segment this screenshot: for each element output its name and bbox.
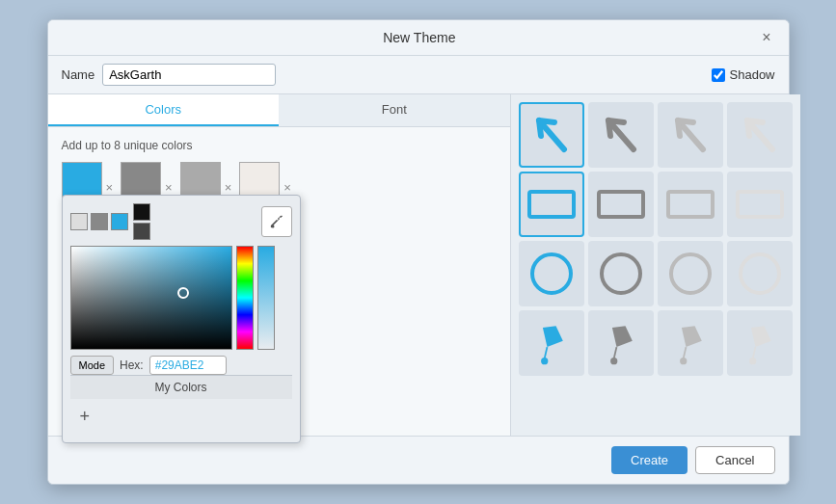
mini-swatch-1[interactable]: [70, 213, 88, 230]
right-panel: [511, 94, 800, 436]
shape-rect-blue[interactable]: [519, 172, 584, 237]
shapes-grid: [519, 102, 793, 376]
color-spectrum[interactable]: [236, 246, 254, 350]
shape-circle-gray[interactable]: [588, 241, 654, 306]
shape-circle-white[interactable]: [727, 241, 793, 306]
swatch-remove-3[interactable]: ×: [223, 181, 234, 194]
opacity-strip[interactable]: [257, 246, 275, 350]
hex-label: Hex:: [120, 358, 144, 372]
shadow-checkbox[interactable]: [712, 68, 725, 82]
swatch-remove-2[interactable]: ×: [163, 181, 175, 194]
shape-arrow-gray[interactable]: [588, 102, 654, 168]
colors-content: Add up to 8 unique colors ▼ ×: [48, 127, 510, 436]
color-picker-popup: Mode Hex: My Colors +: [62, 195, 301, 443]
svg-point-6: [602, 254, 640, 293]
svg-point-0: [271, 225, 274, 228]
mode-button[interactable]: Mode: [70, 356, 115, 375]
create-button[interactable]: Create: [611, 446, 688, 474]
svg-rect-2: [599, 192, 643, 217]
svg-rect-4: [738, 192, 782, 217]
gradient-handle: [177, 287, 189, 299]
name-input[interactable]: [102, 64, 276, 86]
svg-point-10: [610, 358, 617, 364]
shape-rect-white[interactable]: [727, 172, 793, 237]
mini-swatch-2[interactable]: [91, 213, 108, 230]
name-label: Name: [62, 67, 95, 82]
shape-paint-blue[interactable]: [519, 310, 584, 376]
shape-paint-gray[interactable]: [588, 310, 654, 376]
shape-circle-lightgray[interactable]: [658, 241, 723, 306]
shadow-label: Shadow: [730, 67, 775, 82]
svg-point-7: [671, 254, 710, 293]
shape-circle-blue[interactable]: [519, 241, 584, 306]
shape-arrow-blue[interactable]: [519, 102, 584, 168]
new-theme-dialog: New Theme × Name Shadow Colors Font A: [47, 19, 790, 485]
mini-swatch-3[interactable]: [111, 213, 128, 230]
dialog-title: New Theme: [81, 30, 759, 45]
my-colors-label: My Colors: [70, 375, 292, 399]
my-colors-add-row: +: [70, 399, 292, 435]
shape-rect-lightgray[interactable]: [658, 172, 723, 237]
color-gradient[interactable]: [70, 246, 232, 350]
gradient-area: [70, 246, 292, 350]
mini-swatches-row: [70, 203, 292, 240]
left-panel: Colors Font Add up to 8 unique colors ▼: [48, 94, 511, 436]
svg-rect-3: [668, 192, 713, 217]
svg-point-9: [541, 358, 548, 364]
close-button[interactable]: ×: [758, 28, 774, 47]
swatch-remove-1[interactable]: ×: [104, 181, 116, 194]
shape-arrow-lightgray[interactable]: [658, 102, 723, 168]
svg-point-11: [680, 358, 687, 364]
tab-colors[interactable]: Colors: [48, 94, 280, 126]
dialog-body: Colors Font Add up to 8 unique colors ▼: [48, 94, 789, 436]
dialog-title-bar: New Theme ×: [48, 20, 789, 56]
mini-swatch-4[interactable]: [133, 203, 150, 221]
svg-point-8: [741, 254, 779, 293]
svg-rect-1: [529, 192, 574, 217]
tab-font[interactable]: Font: [279, 94, 510, 126]
swatch-remove-4[interactable]: ×: [282, 181, 293, 194]
shape-rect-gray[interactable]: [588, 172, 654, 237]
mini-swatch-5[interactable]: [133, 223, 150, 240]
shape-arrow-white[interactable]: [727, 102, 793, 168]
shadow-option: Shadow: [712, 67, 775, 82]
tabs: Colors Font: [48, 94, 510, 127]
name-row: Name Shadow: [48, 56, 789, 94]
eyedropper-button[interactable]: [261, 206, 292, 237]
svg-point-5: [532, 254, 571, 293]
svg-point-12: [749, 358, 756, 364]
shape-paint-lightgray[interactable]: [658, 310, 723, 376]
hex-input[interactable]: [149, 356, 227, 375]
shape-paint-white[interactable]: [727, 310, 793, 376]
cancel-button[interactable]: Cancel: [695, 446, 774, 474]
add-colors-hint: Add up to 8 unique colors: [62, 139, 497, 152]
hex-row: Mode Hex:: [70, 356, 292, 375]
add-color-button[interactable]: +: [70, 403, 100, 431]
